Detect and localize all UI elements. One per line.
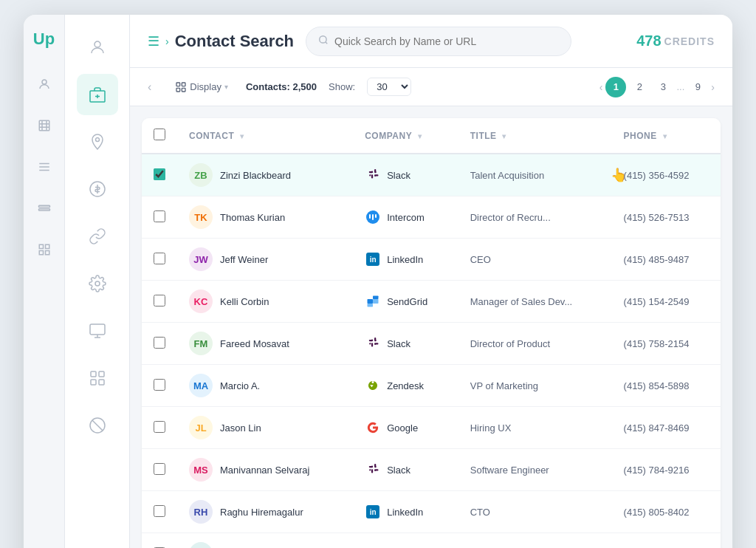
company-cell: Slack xyxy=(353,323,458,365)
page-prev-button[interactable]: ‹ xyxy=(599,81,603,93)
company-name: Slack xyxy=(387,170,410,181)
breadcrumb-chevron: › xyxy=(165,35,169,47)
svg-rect-7 xyxy=(39,244,43,248)
row-checkbox-7[interactable] xyxy=(154,421,165,433)
svg-rect-31 xyxy=(176,88,180,92)
contact-cell: JW Jeff Weiner xyxy=(177,239,353,281)
company-cell: Zendesk xyxy=(353,533,458,549)
hamburger-icon[interactable]: ☰ xyxy=(148,33,159,49)
svg-rect-37 xyxy=(373,299,379,304)
table-row: RA Ricardo Adolfo Zendesk Strategic Acco… xyxy=(142,533,721,549)
table-row: TK Thomas Kurian Intercom Director of Re… xyxy=(142,196,721,239)
contact-cell: TK Thomas Kurian xyxy=(177,196,353,239)
company-logo-icon: in xyxy=(365,504,381,520)
contacts-table: CONTACT ▾ COMPANY ▾ TITLE ▾ PHONE ▾ xyxy=(142,118,721,548)
row-checkbox-1[interactable] xyxy=(154,168,165,180)
nav-list-icon[interactable] xyxy=(32,155,56,179)
company-name: Slack xyxy=(387,465,410,476)
table-row: ZB Zinzi Blackbeard Slack Talent Acquisi… xyxy=(142,154,721,196)
row-checkbox-9[interactable] xyxy=(154,505,165,517)
col-phone[interactable]: PHONE ▾ xyxy=(612,118,721,154)
contact-sort-icon: ▾ xyxy=(240,132,244,140)
table-body: ZB Zinzi Blackbeard Slack Talent Acquisi… xyxy=(142,154,721,548)
nav-building-icon[interactable] xyxy=(32,114,56,137)
row-checkbox-cell xyxy=(142,491,177,533)
title-cell: CTO xyxy=(458,491,612,533)
table-row: MA Marcio A. Zendesk VP of Marketing (41… xyxy=(142,365,721,407)
page-next-button[interactable]: › xyxy=(711,81,715,93)
row-checkbox-cell xyxy=(142,281,177,323)
contacts-count: Contacts: 2,500 xyxy=(246,81,317,92)
sidebar-item-network[interactable] xyxy=(77,216,118,257)
search-bar[interactable] xyxy=(306,27,571,56)
sidebar-item-person[interactable] xyxy=(77,27,118,68)
svg-point-17 xyxy=(95,281,100,286)
select-all-checkbox[interactable] xyxy=(154,129,165,140)
contact-name: Jason Lin xyxy=(220,422,261,434)
display-label: Display xyxy=(190,81,221,92)
contact-cell: FM Fareed Mosavat xyxy=(177,323,353,365)
company-cell: Intercom xyxy=(353,196,458,239)
phone-cell: (415) 758-2154 xyxy=(612,323,721,365)
sidebar-item-companies[interactable] xyxy=(77,74,118,115)
table-row: KC Kelli Corbin SendGrid Manager of Sale… xyxy=(142,281,721,323)
row-checkbox-4[interactable] xyxy=(154,295,165,306)
svg-point-11 xyxy=(94,41,100,47)
contacts-table-wrapper: CONTACT ▾ COMPANY ▾ TITLE ▾ PHONE ▾ xyxy=(142,118,721,548)
company-cell: Google xyxy=(353,407,458,449)
col-company[interactable]: COMPANY ▾ xyxy=(353,118,458,154)
sidebar-item-apps[interactable] xyxy=(77,357,118,399)
nav-grid-icon[interactable] xyxy=(32,238,56,261)
table-header-row: CONTACT ▾ COMPANY ▾ TITLE ▾ PHONE ▾ xyxy=(142,118,721,154)
page-3-button[interactable]: 3 xyxy=(653,77,673,97)
col-title[interactable]: TITLE ▾ xyxy=(458,118,612,154)
contact-avatar: MS xyxy=(189,458,213,482)
sidebar-item-dollar[interactable] xyxy=(77,168,118,210)
phone-cell: (415) 805-8402 xyxy=(612,491,721,533)
company-cell: Slack xyxy=(353,154,458,196)
svg-rect-24 xyxy=(99,380,104,385)
search-input[interactable] xyxy=(334,35,559,47)
title-cell: CEO xyxy=(458,239,612,281)
sidebar-item-location[interactable] xyxy=(77,121,118,162)
contact-avatar: ZB xyxy=(189,163,213,187)
main-area: ☰ › Contact Search 478 CREDITS ‹ Display xyxy=(130,15,732,548)
row-checkbox-cell xyxy=(142,196,177,239)
row-checkbox-cell xyxy=(142,407,177,449)
title-cell: Strategic Account... xyxy=(458,533,612,549)
company-logo-icon: in xyxy=(365,251,381,267)
contact-avatar: RA xyxy=(189,542,213,548)
company-logo-icon xyxy=(365,419,381,436)
sidebar-item-circle[interactable] xyxy=(77,405,118,446)
page-1-button[interactable]: 1 xyxy=(605,77,626,97)
nav-person-icon[interactable] xyxy=(32,72,56,96)
contact-avatar: KC xyxy=(189,290,213,313)
svg-rect-39 xyxy=(368,304,374,307)
phone-cell: (415) 526-7513 xyxy=(612,196,721,239)
display-toggle[interactable]: Display ▾ xyxy=(169,78,234,96)
back-button[interactable]: ‹ xyxy=(148,81,151,94)
sidebar-item-monitor[interactable] xyxy=(77,310,118,352)
show-select[interactable]: 30 50 100 xyxy=(367,78,411,96)
icon-bar: Up xyxy=(24,15,65,548)
svg-rect-5 xyxy=(38,205,49,207)
nav-display-icon[interactable] xyxy=(32,196,56,220)
row-checkbox-8[interactable] xyxy=(154,463,165,475)
sidebar-item-settings[interactable] xyxy=(77,263,118,304)
title-cell: Talent Acquisition xyxy=(458,154,612,196)
row-checkbox-3[interactable] xyxy=(154,253,165,264)
svg-rect-29 xyxy=(176,83,180,86)
col-contact[interactable]: CONTACT ▾ xyxy=(177,118,353,154)
phone-cell: (415) 154-2549 xyxy=(612,281,721,323)
page-9-button[interactable]: 9 xyxy=(687,77,708,97)
row-checkbox-6[interactable] xyxy=(154,379,165,391)
row-checkbox-5[interactable] xyxy=(154,337,165,349)
credits-number: 478 xyxy=(636,32,661,49)
svg-point-0 xyxy=(42,80,47,84)
phone-cell: (415) 854-5898 xyxy=(612,365,721,407)
title-cell: Hiring UX xyxy=(458,407,612,449)
table-row: MS Manivannan Selvaraj Slack Software En… xyxy=(142,449,721,491)
page-2-button[interactable]: 2 xyxy=(629,77,650,97)
row-checkbox-2[interactable] xyxy=(154,210,165,222)
contact-name: Manivannan Selvaraj xyxy=(220,465,309,476)
